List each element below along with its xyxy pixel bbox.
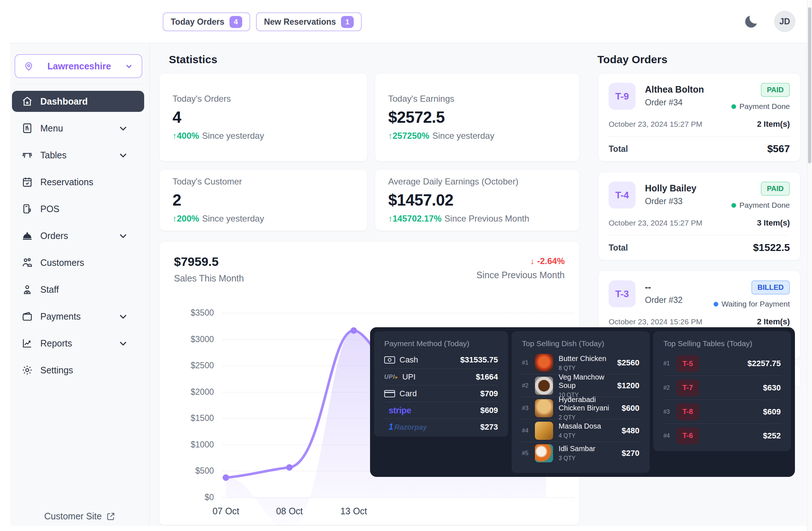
sidebar-item-label: Staff xyxy=(40,284,136,295)
sidebar-item-settings[interactable]: Settings xyxy=(12,360,144,381)
sidebar-item-dashboard[interactable]: Dashboard xyxy=(12,91,144,112)
sidebar-item-pos[interactable]: POS xyxy=(12,198,144,219)
dish-photo xyxy=(535,377,553,395)
customer-name: Holly Bailey xyxy=(645,183,697,194)
dark-mode-toggle-moon-icon[interactable] xyxy=(744,14,759,29)
customer-name: Althea Bolton xyxy=(645,84,704,95)
location-pin-icon xyxy=(23,61,34,72)
avatar[interactable]: JD xyxy=(774,11,795,32)
sidebar-item-reservations[interactable]: Reservations xyxy=(12,171,144,192)
x-axis-tick: 13 Oct xyxy=(340,506,367,516)
order-datetime: October 23, 2024 15:26 PM xyxy=(609,317,702,326)
delta-note: Since Previous Month xyxy=(444,214,529,223)
external-link-icon xyxy=(106,512,115,521)
calendar-check-icon xyxy=(21,176,33,188)
table-rank: #2 xyxy=(663,385,677,391)
sidebar-item-label: Reports xyxy=(40,338,117,349)
location-label: Lawrenceshire xyxy=(34,61,124,72)
sidebar-item-tables[interactable]: Tables xyxy=(12,145,144,166)
total-value: $1522.5 xyxy=(753,242,790,254)
sidebar-item-label: Dashboard xyxy=(40,96,136,107)
dish-value: $270 xyxy=(622,449,640,458)
data-point-07-oct xyxy=(223,474,229,481)
dish-name: Masala Dosa xyxy=(559,422,601,430)
chevron-down-icon xyxy=(124,61,134,71)
today-orders-list: T-9 Althea Bolton Order #34 PAID Payment… xyxy=(598,73,800,359)
payment-method-logo: Razorpay xyxy=(389,422,427,432)
x-axis-tick: 07 Oct xyxy=(212,506,239,516)
customer-site-label: Customer Site xyxy=(44,511,102,522)
dish-row: #3 Hyderabadi Chicken Biryani 2 QTY $600 xyxy=(522,397,639,419)
dish-rank: #3 xyxy=(522,405,535,412)
top-selling-tables-rows: #1 T-5 $2257.75 #2 T-7 $630 #3 T-8 $609 xyxy=(663,352,781,447)
today-orders-button-label: Today Orders xyxy=(171,17,224,27)
sidebar-item-label: Customers xyxy=(40,258,136,268)
dish-photo xyxy=(535,422,553,440)
dish-value: $1200 xyxy=(617,381,639,390)
order-number: Order #32 xyxy=(645,295,683,305)
customers-icon xyxy=(21,257,33,268)
stat-card-value: 4 xyxy=(172,108,354,126)
chevron-down-icon xyxy=(117,311,129,322)
delta-up-value: ↑400% xyxy=(172,131,199,141)
status-dot-icon xyxy=(731,203,736,208)
status-badge: PAID xyxy=(761,83,790,97)
status-dot-icon xyxy=(731,104,736,109)
dish-rank: #4 xyxy=(522,427,535,434)
order-card-divider xyxy=(609,235,790,235)
payment-method-icon xyxy=(384,374,398,380)
table-badge: T-4 xyxy=(609,182,636,208)
sidebar-item-label: Tables xyxy=(40,150,117,161)
today-orders-button[interactable]: Today Orders 4 xyxy=(163,12,250,31)
data-point-08-oct xyxy=(286,464,293,471)
dish-photo xyxy=(535,354,553,372)
chevron-down-icon xyxy=(117,149,129,161)
dish-photo xyxy=(535,444,553,462)
stat-card: Today's Orders 4 ↑400%Since yesterday xyxy=(159,73,368,162)
location-selector[interactable]: Lawrenceshire xyxy=(15,54,142,78)
payment-method-value: $609 xyxy=(480,406,498,415)
sidebar-item-customers[interactable]: Customers xyxy=(12,252,144,273)
sales-change-note: Since Previous Month xyxy=(476,270,565,280)
dish-qty: 8 QTY xyxy=(559,365,606,372)
payment-status-note: Waiting for Payment xyxy=(714,300,790,308)
payment-method-row: Card $709 xyxy=(384,385,498,402)
table-badge: T-7 xyxy=(677,380,699,396)
table-value: $252 xyxy=(763,431,781,441)
order-item-count: 2 Item(s) xyxy=(757,317,790,327)
pos-terminal-icon xyxy=(21,203,33,215)
today-orders-count-badge: 4 xyxy=(230,16,242,28)
sidebar-item-orders[interactable]: Orders xyxy=(12,225,144,246)
top-selling-dish-title: Top Selling Dish (Today) xyxy=(522,339,639,348)
new-reservations-button[interactable]: New Reservations 1 xyxy=(256,12,362,31)
sidebar: Lawrenceshire Dashboard Menu Tables Rese… xyxy=(10,43,150,526)
total-value: $567 xyxy=(767,143,790,155)
scrollbar[interactable] xyxy=(807,0,812,531)
payment-method-icon xyxy=(384,390,395,397)
dish-name: Hyderabadi Chicken Biryani xyxy=(559,396,621,412)
sidebar-item-label: Menu xyxy=(40,123,117,134)
dish-qty: 3 QTY xyxy=(559,455,595,462)
order-datetime: October 23, 2024 15:27 PM xyxy=(609,120,702,129)
sidebar-item-reports[interactable]: Reports xyxy=(12,333,144,354)
customer-name: -- xyxy=(645,282,683,292)
delta-up-value: ↑145702.17% xyxy=(388,214,442,223)
statistics-heading: Statistics xyxy=(169,53,217,66)
new-reservations-button-label: New Reservations xyxy=(264,17,336,27)
x-axis-tick: 08 Oct xyxy=(276,506,303,516)
chevron-down-icon xyxy=(117,337,129,349)
order-item-count: 2 Item(s) xyxy=(757,119,790,129)
dish-value: $2560 xyxy=(617,358,639,368)
sidebar-item-staff[interactable]: Staff xyxy=(12,279,144,300)
customer-site-link[interactable]: Customer Site xyxy=(10,511,150,522)
table-badge: T-6 xyxy=(677,427,699,444)
table-icon xyxy=(21,149,33,161)
sidebar-item-menu[interactable]: Menu xyxy=(12,118,144,139)
order-card[interactable]: T-9 Althea Bolton Order #34 PAID Payment… xyxy=(598,73,800,162)
stat-card-title: Average Daily Earnings (October) xyxy=(388,177,566,187)
order-card[interactable]: T-4 Holly Bailey Order #33 PAID Payment … xyxy=(598,172,800,260)
payment-status-text: Payment Done xyxy=(739,102,790,111)
sales-total: $7959.5 xyxy=(174,255,244,269)
sidebar-item-payments[interactable]: Payments xyxy=(12,306,144,327)
scrollbar-thumb[interactable] xyxy=(808,7,811,163)
